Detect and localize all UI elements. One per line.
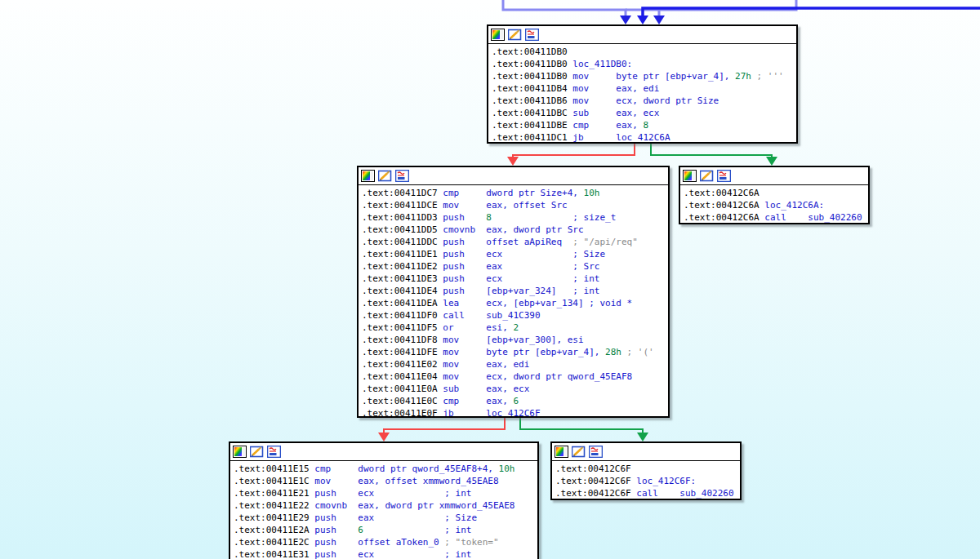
block-code: .text:00412C6F.text:00412C6F loc_412C6F:… (552, 461, 740, 500)
asm-line[interactable]: .text:00412C6A call sub_402260 (684, 211, 866, 224)
node-edit-icon[interactable] (572, 446, 586, 458)
edge-incoming-left-arrowhead (620, 16, 631, 24)
block-code: .text:00411E15 cmp dword ptr qword_45EAF… (230, 461, 537, 559)
basic-block-411DC7[interactable]: .text:00411DC7 cmp dword ptr Size+4, 10h… (357, 166, 670, 418)
edge-incoming-far-arrowhead (637, 16, 648, 24)
asm-line[interactable]: .text:00411DBE cmp eax, 8 (492, 119, 795, 131)
basic-block-412C6A[interactable]: .text:00412C6A.text:00412C6A loc_412C6A:… (679, 166, 870, 224)
edge-incoming-far (643, 8, 980, 17)
asm-line[interactable]: .text:00411E15 cmp dword ptr qword_45EAF… (234, 463, 536, 475)
asm-line[interactable]: .text:00411DD3 push 8 ; size_t (362, 211, 666, 224)
block-code: .text:00411DC7 cmp dword ptr Size+4, 10h… (359, 185, 668, 418)
asm-line[interactable]: .text:00411DB4 mov eax, edi (492, 82, 795, 95)
block-code: .text:00411DB0.text:00411DB0 loc_411DB0:… (488, 44, 796, 144)
basic-block-411E15[interactable]: .text:00411E15 cmp dword ptr qword_45EAF… (229, 441, 539, 559)
node-color-icon[interactable] (491, 29, 505, 41)
basic-block-411DB0[interactable]: .text:00411DB0.text:00411DB0 loc_411DB0:… (487, 24, 798, 144)
node-edit-icon[interactable] (508, 29, 522, 41)
node-color-icon[interactable] (683, 170, 697, 182)
block-code: .text:00412C6A.text:00412C6A loc_412C6A:… (680, 185, 868, 224)
asm-line[interactable]: .text:00411E0C cmp eax, 6 (362, 395, 666, 407)
asm-line[interactable]: .text:00411DE1 push ecx ; Size (362, 248, 666, 260)
block-titlebar[interactable] (552, 443, 740, 461)
asm-line[interactable]: .text:00411DE2 push eax ; Src (362, 260, 666, 273)
asm-line[interactable]: .text:00411DB0 (492, 46, 795, 58)
edge-fallthrough-411E15-arrowhead (378, 433, 390, 441)
asm-line[interactable]: .text:00411DF8 mov [ebp+var_300], esi (362, 334, 666, 346)
edge-fallthrough-411DC7-arrowhead (507, 157, 519, 166)
node-group-icon[interactable] (267, 446, 281, 458)
asm-line[interactable]: .text:00411DEA lea ecx, [ebp+var_134] ; … (362, 297, 666, 309)
node-edit-icon[interactable] (250, 446, 264, 458)
block-titlebar[interactable] (359, 167, 668, 185)
asm-line[interactable]: .text:00411E31 push ecx ; int (234, 548, 536, 559)
asm-line[interactable]: .text:00411DCE mov eax, offset Src (362, 199, 666, 211)
asm-line[interactable]: .text:00411E0F jb loc_412C6F (362, 407, 666, 418)
asm-line[interactable]: .text:00411DB6 mov ecx, dword ptr Size (492, 95, 795, 107)
asm-line[interactable]: .text:00411DB0 loc_411DB0: (492, 58, 795, 70)
node-color-icon[interactable] (361, 170, 375, 182)
asm-line[interactable]: .text:00411DB0 mov byte ptr [ebp+var_4],… (492, 70, 795, 82)
asm-line[interactable]: .text:00411E2A push 6 ; int (234, 524, 536, 536)
asm-line[interactable]: .text:00412C6F call sub_402260 (555, 487, 738, 499)
block-titlebar[interactable] (488, 26, 796, 44)
node-edit-icon[interactable] (378, 170, 392, 182)
asm-line[interactable]: .text:00412C6F loc_412C6F: (555, 475, 738, 487)
graph-canvas[interactable]: .text:00411DB0.text:00411DB0 loc_411DB0:… (0, 0, 980, 559)
asm-line[interactable]: .text:00411E0A sub eax, ecx (362, 383, 666, 395)
asm-line[interactable]: .text:00411DE4 push [ebp+var_324] ; int (362, 285, 666, 297)
asm-line[interactable]: .text:00411DC7 cmp dword ptr Size+4, 10h (362, 187, 666, 199)
node-color-icon[interactable] (555, 446, 568, 458)
basic-block-412C6F[interactable]: .text:00412C6F.text:00412C6F loc_412C6F:… (550, 441, 742, 500)
edge-fallthrough-411DC7 (513, 144, 635, 158)
asm-line[interactable]: .text:00411DF5 or esi, 2 (362, 322, 666, 334)
edge-incoming-right-arrowhead (653, 16, 665, 24)
asm-line[interactable]: .text:00411E22 cmovnb eax, dword ptr xmm… (234, 499, 536, 512)
block-titlebar[interactable] (230, 443, 537, 461)
edge-jump-taken-412C6F (520, 418, 643, 434)
node-edit-icon[interactable] (700, 170, 714, 182)
asm-line[interactable]: .text:00411DF0 call sub_41C390 (362, 309, 666, 322)
node-group-icon[interactable] (589, 446, 603, 458)
asm-line[interactable]: .text:00411E02 mov eax, edi (362, 358, 666, 370)
asm-line[interactable]: .text:00411DD5 cmovnb eax, dword ptr Src (362, 224, 666, 236)
edge-jump-taken-412C6A-arrowhead (766, 157, 777, 166)
asm-line[interactable]: .text:00411DBC sub eax, ecx (492, 107, 795, 119)
node-group-icon[interactable] (525, 29, 539, 41)
asm-line[interactable]: .text:00411DFE mov byte ptr [ebp+var_4],… (362, 346, 666, 358)
node-group-icon[interactable] (395, 170, 409, 182)
asm-line[interactable]: .text:00411E1C mov eax, offset xmmword_4… (234, 475, 536, 487)
asm-line[interactable]: .text:00412C6A loc_412C6A: (684, 199, 866, 211)
asm-line[interactable]: .text:00411E04 mov ecx, dword ptr qword_… (362, 370, 666, 383)
asm-line[interactable]: .text:00411E29 push eax ; Size (234, 512, 536, 524)
asm-line[interactable]: .text:00411DC1 jb loc_412C6A (492, 131, 795, 144)
node-group-icon[interactable] (717, 170, 731, 182)
node-color-icon[interactable] (233, 446, 247, 458)
asm-line[interactable]: .text:00411E21 push ecx ; int (234, 487, 536, 499)
asm-line[interactable]: .text:00411DDC push offset aApiReq ; "/a… (362, 236, 666, 248)
edge-jump-taken-412C6F-arrowhead (637, 433, 648, 441)
block-titlebar[interactable] (680, 167, 868, 185)
edge-incoming-left (503, 0, 626, 17)
edge-fallthrough-411E15 (384, 418, 505, 434)
asm-line[interactable]: .text:00412C6A (684, 187, 866, 199)
asm-line[interactable]: .text:00411DE3 push ecx ; int (362, 273, 666, 285)
asm-line[interactable]: .text:00412C6F (555, 463, 738, 475)
asm-line[interactable]: .text:00411E2C push offset aToken_0 ; "t… (234, 536, 536, 548)
edge-jump-taken-412C6A (651, 144, 772, 158)
